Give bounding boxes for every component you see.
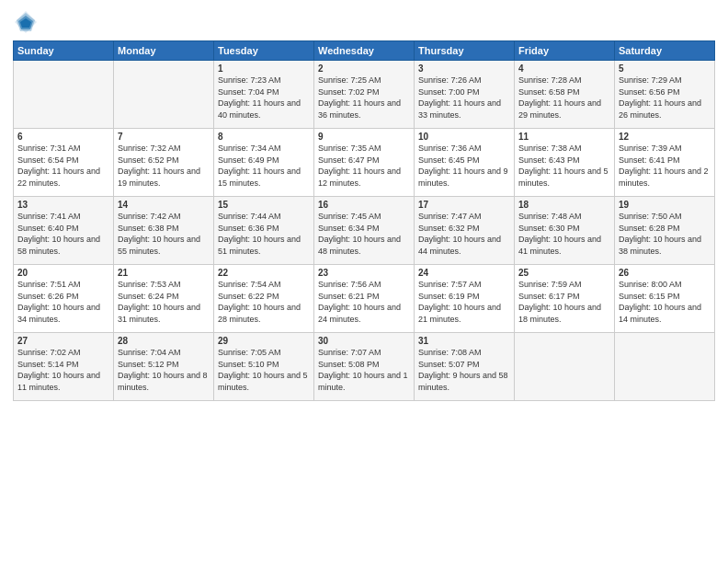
day-cell	[114, 61, 214, 129]
day-number: 19	[619, 200, 711, 210]
day-cell: 16Sunrise: 7:45 AMSunset: 6:34 PMDayligh…	[314, 197, 415, 265]
day-number: 26	[619, 268, 711, 278]
day-cell: 20Sunrise: 7:51 AMSunset: 6:26 PMDayligh…	[14, 265, 114, 333]
day-cell: 26Sunrise: 8:00 AMSunset: 6:15 PMDayligh…	[615, 265, 715, 333]
day-cell	[14, 61, 114, 129]
day-info: Sunrise: 7:45 AMSunset: 6:34 PMDaylight:…	[318, 211, 410, 257]
day-info: Sunrise: 7:51 AMSunset: 6:26 PMDaylight:…	[17, 279, 109, 325]
day-info: Sunrise: 7:25 AMSunset: 7:02 PMDaylight:…	[318, 75, 410, 121]
week-row-3: 13Sunrise: 7:41 AMSunset: 6:40 PMDayligh…	[14, 197, 715, 265]
day-info: Sunrise: 7:44 AMSunset: 6:36 PMDaylight:…	[218, 211, 310, 257]
day-cell: 3Sunrise: 7:26 AMSunset: 7:00 PMDaylight…	[415, 61, 515, 129]
day-number: 23	[318, 268, 410, 278]
day-info: Sunrise: 7:35 AMSunset: 6:47 PMDaylight:…	[318, 143, 410, 189]
day-cell: 6Sunrise: 7:31 AMSunset: 6:54 PMDaylight…	[14, 129, 114, 197]
day-number: 30	[318, 336, 410, 346]
day-number: 22	[218, 268, 310, 278]
day-cell: 31Sunrise: 7:08 AMSunset: 5:07 PMDayligh…	[415, 333, 515, 401]
day-info: Sunrise: 7:02 AMSunset: 5:14 PMDaylight:…	[17, 347, 109, 393]
day-info: Sunrise: 7:38 AMSunset: 6:43 PMDaylight:…	[518, 143, 610, 189]
day-cell: 12Sunrise: 7:39 AMSunset: 6:41 PMDayligh…	[615, 129, 715, 197]
day-number: 13	[17, 200, 109, 210]
day-info: Sunrise: 7:53 AMSunset: 6:24 PMDaylight:…	[118, 279, 210, 325]
day-number: 14	[118, 200, 210, 210]
day-number: 17	[418, 200, 510, 210]
day-cell: 30Sunrise: 7:07 AMSunset: 5:08 PMDayligh…	[314, 333, 415, 401]
day-cell: 23Sunrise: 7:56 AMSunset: 6:21 PMDayligh…	[314, 265, 415, 333]
page: SundayMondayTuesdayWednesdayThursdayFrid…	[0, 0, 728, 563]
day-number: 20	[17, 268, 109, 278]
day-info: Sunrise: 7:42 AMSunset: 6:38 PMDaylight:…	[118, 211, 210, 257]
day-cell: 24Sunrise: 7:57 AMSunset: 6:19 PMDayligh…	[415, 265, 515, 333]
day-cell: 8Sunrise: 7:34 AMSunset: 6:49 PMDaylight…	[214, 129, 314, 197]
day-number: 24	[418, 268, 510, 278]
week-row-2: 6Sunrise: 7:31 AMSunset: 6:54 PMDaylight…	[14, 129, 715, 197]
day-number: 5	[619, 63, 711, 74]
day-number: 2	[318, 63, 410, 74]
day-info: Sunrise: 7:29 AMSunset: 6:56 PMDaylight:…	[619, 75, 711, 121]
day-cell: 5Sunrise: 7:29 AMSunset: 6:56 PMDaylight…	[615, 61, 715, 129]
day-info: Sunrise: 7:28 AMSunset: 6:58 PMDaylight:…	[518, 75, 610, 121]
day-info: Sunrise: 7:47 AMSunset: 6:32 PMDaylight:…	[418, 211, 510, 257]
day-number: 1	[218, 63, 310, 74]
day-number: 29	[218, 336, 310, 346]
day-number: 16	[318, 200, 410, 210]
day-cell: 7Sunrise: 7:32 AMSunset: 6:52 PMDaylight…	[114, 129, 214, 197]
header	[13, 9, 715, 35]
day-cell: 13Sunrise: 7:41 AMSunset: 6:40 PMDayligh…	[14, 197, 114, 265]
day-info: Sunrise: 7:05 AMSunset: 5:10 PMDaylight:…	[218, 347, 310, 393]
day-number: 12	[619, 132, 711, 142]
day-cell	[615, 333, 715, 401]
day-cell: 1Sunrise: 7:23 AMSunset: 7:04 PMDaylight…	[214, 61, 314, 129]
day-number: 9	[318, 132, 410, 142]
day-cell: 10Sunrise: 7:36 AMSunset: 6:45 PMDayligh…	[415, 129, 515, 197]
day-number: 18	[518, 200, 610, 210]
day-cell: 29Sunrise: 7:05 AMSunset: 5:10 PMDayligh…	[214, 333, 314, 401]
day-number: 3	[418, 63, 510, 74]
day-cell	[515, 333, 615, 401]
day-cell: 15Sunrise: 7:44 AMSunset: 6:36 PMDayligh…	[214, 197, 314, 265]
day-info: Sunrise: 7:59 AMSunset: 6:17 PMDaylight:…	[518, 279, 610, 325]
day-cell: 19Sunrise: 7:50 AMSunset: 6:28 PMDayligh…	[615, 197, 715, 265]
logo	[13, 9, 40, 35]
day-cell: 11Sunrise: 7:38 AMSunset: 6:43 PMDayligh…	[515, 129, 615, 197]
day-cell: 22Sunrise: 7:54 AMSunset: 6:22 PMDayligh…	[214, 265, 314, 333]
day-number: 8	[218, 132, 310, 142]
day-number: 11	[518, 132, 610, 142]
header-cell-wednesday: Wednesday	[314, 41, 415, 61]
day-info: Sunrise: 7:07 AMSunset: 5:08 PMDaylight:…	[318, 347, 410, 393]
day-cell: 21Sunrise: 7:53 AMSunset: 6:24 PMDayligh…	[114, 265, 214, 333]
header-row: SundayMondayTuesdayWednesdayThursdayFrid…	[14, 41, 715, 61]
week-row-1: 1Sunrise: 7:23 AMSunset: 7:04 PMDaylight…	[14, 61, 715, 129]
day-info: Sunrise: 7:56 AMSunset: 6:21 PMDaylight:…	[318, 279, 410, 325]
header-cell-monday: Monday	[114, 41, 214, 61]
day-info: Sunrise: 7:50 AMSunset: 6:28 PMDaylight:…	[619, 211, 711, 257]
day-number: 4	[518, 63, 610, 74]
day-number: 6	[17, 132, 109, 142]
header-cell-thursday: Thursday	[415, 41, 515, 61]
day-info: Sunrise: 7:08 AMSunset: 5:07 PMDaylight:…	[418, 347, 510, 393]
day-info: Sunrise: 7:32 AMSunset: 6:52 PMDaylight:…	[118, 143, 210, 189]
header-cell-tuesday: Tuesday	[214, 41, 314, 61]
day-info: Sunrise: 7:39 AMSunset: 6:41 PMDaylight:…	[619, 143, 711, 189]
day-info: Sunrise: 7:04 AMSunset: 5:12 PMDaylight:…	[118, 347, 210, 393]
day-cell: 25Sunrise: 7:59 AMSunset: 6:17 PMDayligh…	[515, 265, 615, 333]
day-cell: 14Sunrise: 7:42 AMSunset: 6:38 PMDayligh…	[114, 197, 214, 265]
day-cell: 27Sunrise: 7:02 AMSunset: 5:14 PMDayligh…	[14, 333, 114, 401]
day-number: 15	[218, 200, 310, 210]
header-cell-friday: Friday	[515, 41, 615, 61]
calendar-table: SundayMondayTuesdayWednesdayThursdayFrid…	[13, 40, 715, 401]
logo-icon	[13, 9, 39, 35]
day-info: Sunrise: 7:54 AMSunset: 6:22 PMDaylight:…	[218, 279, 310, 325]
day-number: 25	[518, 268, 610, 278]
day-number: 21	[118, 268, 210, 278]
day-number: 7	[118, 132, 210, 142]
day-number: 28	[118, 336, 210, 346]
day-info: Sunrise: 7:41 AMSunset: 6:40 PMDaylight:…	[17, 211, 109, 257]
day-info: Sunrise: 7:26 AMSunset: 7:00 PMDaylight:…	[418, 75, 510, 121]
day-cell: 9Sunrise: 7:35 AMSunset: 6:47 PMDaylight…	[314, 129, 415, 197]
day-info: Sunrise: 7:23 AMSunset: 7:04 PMDaylight:…	[218, 75, 310, 121]
day-number: 10	[418, 132, 510, 142]
week-row-4: 20Sunrise: 7:51 AMSunset: 6:26 PMDayligh…	[14, 265, 715, 333]
day-info: Sunrise: 7:34 AMSunset: 6:49 PMDaylight:…	[218, 143, 310, 189]
